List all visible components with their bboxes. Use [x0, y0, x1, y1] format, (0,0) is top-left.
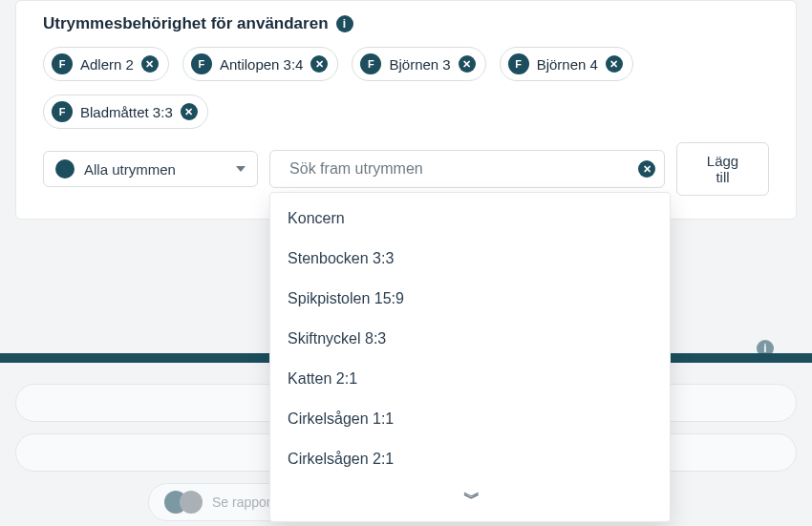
chip-remove-icon[interactable]: ✕ [459, 55, 476, 73]
dropdown-item[interactable]: Skiftnyckel 8:3 [270, 319, 670, 359]
chip: FBladmåttet 3:3✕ [43, 95, 208, 129]
space-permissions-card: Utrymmesbehörighet för användaren i FAdl… [15, 0, 797, 220]
chip: FBjörnen 4✕ [500, 47, 633, 81]
scope-select-label: Alla utrymmen [84, 161, 176, 178]
chip-label: Adlern 2 [80, 56, 134, 73]
chip-badge: F [508, 53, 529, 74]
dropdown-item[interactable]: Koncern [270, 199, 670, 239]
chip-remove-icon[interactable]: ✕ [310, 55, 328, 73]
chip-remove-icon[interactable]: ✕ [181, 103, 198, 120]
chip-label: Bladmåttet 3:3 [80, 104, 173, 120]
overlap-avatar-icon [164, 491, 203, 514]
section-title-text: Utrymmesbehörighet för användaren [43, 14, 329, 33]
dropdown-show-more[interactable]: ︾ [270, 479, 670, 521]
search-dropdown: KoncernStenbocken 3:3Spikpistolen 15:9Sk… [269, 192, 671, 522]
scope-dot-icon [55, 159, 75, 179]
chip-badge: F [52, 53, 73, 74]
info-icon[interactable]: i [757, 340, 774, 357]
chip-label: Antilopen 3:4 [220, 56, 304, 73]
chip-badge: F [52, 101, 73, 122]
chip-badge: F [360, 53, 381, 74]
chip: FAntilopen 3:4✕ [182, 47, 339, 81]
section-title: Utrymmesbehörighet för användaren i [43, 14, 769, 33]
search-input[interactable] [269, 150, 665, 188]
controls-row: Alla utrymmen ✕ KoncernStenbocken 3:3Spi… [43, 142, 769, 196]
chip-label: Björnen 3 [389, 56, 450, 73]
clear-search-icon[interactable]: ✕ [638, 160, 655, 178]
dropdown-item[interactable]: Cirkelsågen 1:1 [270, 399, 670, 439]
chip-remove-icon[interactable]: ✕ [606, 55, 623, 73]
search-wrap: ✕ KoncernStenbocken 3:3Spikpistolen 15:9… [269, 150, 665, 188]
dropdown-item[interactable]: Stenbocken 3:3 [270, 239, 670, 279]
double-chevron-down-icon: ︾ [463, 489, 477, 508]
scope-select[interactable]: Alla utrymmen [43, 151, 258, 187]
dropdown-item[interactable]: Spikpistolen 15:9 [270, 279, 670, 319]
chip-remove-icon[interactable]: ✕ [141, 55, 159, 73]
chevron-down-icon [236, 166, 246, 172]
chip: FAdlern 2✕ [43, 47, 169, 81]
selected-chips-row: FAdlern 2✕FAntilopen 3:4✕FBjörnen 3✕FBjö… [43, 47, 769, 129]
dropdown-item[interactable]: Cirkelsågen 2:1 [270, 439, 670, 479]
chip-badge: F [191, 53, 212, 74]
info-icon[interactable]: i [336, 15, 353, 32]
add-button[interactable]: Lägg till [676, 142, 769, 196]
dropdown-item[interactable]: Katten 2:1 [270, 359, 670, 399]
chip: FBjörnen 3✕ [352, 47, 485, 81]
chip-label: Björnen 4 [537, 56, 598, 73]
